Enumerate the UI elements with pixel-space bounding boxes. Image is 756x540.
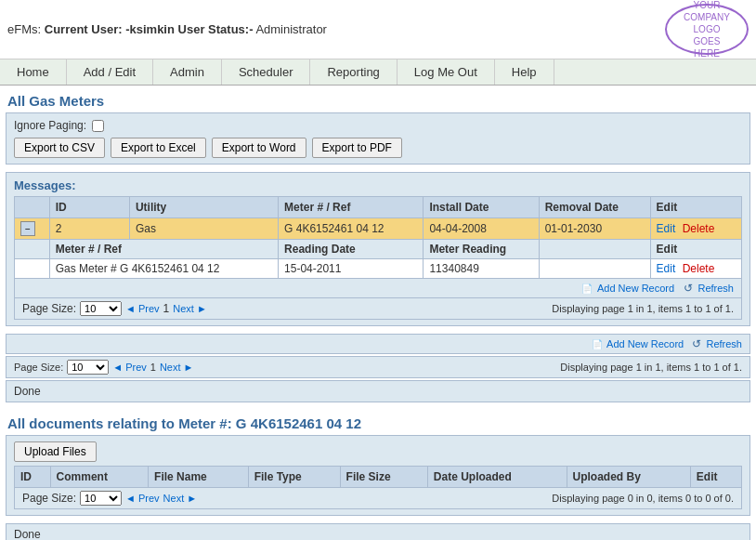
nav-scheduler[interactable]: Scheduler — [222, 59, 311, 85]
doc-page-size-select[interactable]: 10 25 50 — [80, 491, 122, 506]
doc-page-size-label: Page Size: — [22, 492, 76, 505]
messages-panel: Messages: ID Utility Meter # / Ref Insta… — [6, 172, 750, 326]
sub-edit-link[interactable]: Edit — [657, 262, 676, 275]
export-word-button[interactable]: Export to Word — [212, 138, 306, 158]
doc-display-info: Displaying page 0 in 0, items 0 to 0 of … — [552, 493, 734, 504]
inner-refresh-icon — [684, 282, 695, 295]
export-excel-button[interactable]: Export to Excel — [111, 138, 206, 158]
nav-admin[interactable]: Admin — [153, 59, 222, 85]
inner-page-size-select[interactable]: 10 25 50 — [80, 301, 122, 316]
outer-refresh-link[interactable]: Refresh — [706, 338, 742, 349]
nav-home[interactable]: Home — [0, 59, 67, 85]
nav-add-edit[interactable]: Add / Edit — [67, 59, 153, 85]
col-removal-date: Removal Date — [539, 197, 650, 218]
sub-data-row: Gas Meter # G 4K6152461 04 12 15-04-2011… — [15, 259, 742, 279]
company-logo: YOUR COMPANY LOGO GOES HERE — [665, 4, 749, 55]
meter-row: − 2 Gas G 4K6152461 04 12 04-04-2008 01-… — [15, 218, 742, 240]
export-csv-button[interactable]: Export to CSV — [14, 138, 105, 158]
doc-col-date-uploaded: Date Uploaded — [427, 467, 567, 488]
meter-edit-cell: Edit Delete — [650, 218, 741, 240]
outer-next-link[interactable]: Next ► — [160, 362, 194, 373]
sub-col-edit: Edit — [650, 240, 741, 259]
username: -ksimkin — [125, 22, 175, 36]
inner-prev-link[interactable]: ◄ Prev — [125, 303, 160, 314]
ignore-paging-label: Ignore Paging: — [14, 119, 86, 132]
doc-footer-row: Page Size: 10 25 50 ◄ Prev Next ► Displa… — [15, 488, 742, 509]
sub-row-empty — [15, 259, 50, 279]
inner-display-info: Displaying page 1 in 1, items 1 to 1 of … — [552, 303, 734, 314]
export-buttons: Export to CSV Export to Excel Export to … — [14, 138, 742, 158]
header-title: eFMs: Current User: -ksimkin User Status… — [7, 22, 327, 36]
inner-refresh-link[interactable]: Refresh — [697, 283, 734, 294]
sub-header-row: Meter # / Ref Reading Date Meter Reading… — [15, 240, 742, 259]
export-pdf-button[interactable]: Export to PDF — [312, 138, 402, 158]
outer-page-size-label: Page Size: — [14, 362, 63, 373]
col-expand — [15, 197, 50, 218]
outer-page-footer: Page Size: 10 25 50 ◄ Prev 1 Next ► Disp… — [6, 356, 750, 378]
col-edit: Edit — [650, 197, 741, 218]
nav-log-me-out[interactable]: Log Me Out — [398, 59, 495, 85]
meter-removal-date: 01-01-2030 — [539, 218, 650, 240]
meter-edit-link[interactable]: Edit — [657, 222, 676, 235]
doc-next-link[interactable]: Next ► — [163, 493, 198, 504]
outer-add-record-link[interactable]: Add New Record — [606, 338, 684, 349]
sub-col-meter-ref: Meter # / Ref — [49, 240, 278, 259]
inner-page-footer-row: Page Size: 10 25 50 ◄ Prev 1 Next ► Disp… — [15, 298, 742, 320]
documents-table: ID Comment File Name File Type File Size… — [14, 466, 742, 509]
gas-meters-done: Done — [6, 380, 750, 402]
meter-install-date: 04-04-2008 — [424, 218, 539, 240]
export-panel: Ignore Paging: Export to CSV Export to E… — [6, 112, 750, 165]
sub-row-empty2 — [539, 259, 650, 279]
doc-col-comment: Comment — [50, 467, 148, 488]
messages-label: Messages: — [14, 178, 742, 192]
nav-reporting[interactable]: Reporting — [310, 59, 397, 85]
all-gas-meters-title: All Gas Meters — [0, 86, 756, 112]
sub-col-reading-date: Reading Date — [279, 240, 424, 259]
outer-refresh-icon — [692, 338, 703, 349]
meter-utility: Gas — [129, 218, 278, 240]
doc-prev-link[interactable]: ◄ Prev — [125, 493, 160, 504]
doc-col-filename: File Name — [149, 467, 249, 488]
documents-title: All documents relating to Meter #: G 4K6… — [0, 408, 756, 435]
sub-col-empty — [539, 240, 650, 259]
add-record-icon — [581, 282, 594, 295]
sub-delete-link[interactable]: Delete — [683, 262, 715, 275]
expand-button[interactable]: − — [20, 221, 35, 236]
user-status: Administrator — [255, 22, 327, 36]
doc-col-filetype: File Type — [248, 467, 340, 488]
sub-col-meter-reading: Meter Reading — [424, 240, 539, 259]
doc-col-edit: Edit — [690, 467, 741, 488]
meter-delete-link[interactable]: Delete — [683, 222, 715, 235]
col-install-date: Install Date — [424, 197, 539, 218]
col-id: ID — [49, 197, 129, 218]
expand-cell: − — [15, 218, 50, 240]
nav-bar: Home Add / Edit Admin Scheduler Reportin… — [0, 59, 756, 86]
meter-id: 2 — [49, 218, 129, 240]
ignore-paging-checkbox[interactable] — [92, 120, 104, 132]
doc-col-id: ID — [15, 467, 51, 488]
outer-page-size-select[interactable]: 10 25 50 — [67, 360, 109, 375]
header: eFMs: Current User: -ksimkin User Status… — [0, 0, 756, 59]
sub-row-edit-cell: Edit Delete — [650, 259, 741, 279]
outer-add-icon — [592, 338, 605, 349]
nav-help[interactable]: Help — [495, 59, 554, 85]
documents-panel: Upload Files ID Comment File Name File T… — [6, 435, 750, 516]
sub-empty — [15, 240, 50, 259]
outer-prev-link[interactable]: ◄ Prev — [112, 362, 147, 373]
outer-page-num: 1 — [150, 362, 156, 373]
sub-row-meter-ref: Gas Meter # G 4K6152461 04 12 — [49, 259, 278, 279]
current-user-label: Current User: — [45, 22, 123, 36]
user-status-label: User Status:- — [178, 22, 254, 36]
outer-display-info: Displaying page 1 in 1, items 1 to 1 of … — [560, 362, 742, 373]
sub-row-meter-reading: 11340849 — [424, 259, 539, 279]
upload-files-button[interactable]: Upload Files — [14, 441, 97, 462]
ignore-paging-row: Ignore Paging: — [14, 119, 742, 132]
inner-page-num: 1 — [163, 302, 170, 315]
inner-add-record-link[interactable]: Add New Record — [597, 283, 674, 294]
doc-col-filesize: File Size — [340, 467, 427, 488]
inner-page-size-label: Page Size: — [22, 302, 76, 315]
sub-row-reading-date: 15-04-2011 — [279, 259, 424, 279]
inner-next-link[interactable]: Next ► — [173, 303, 207, 314]
gas-meters-table: ID Utility Meter # / Ref Install Date Re… — [14, 196, 742, 320]
app-name: eFMs: — [7, 22, 41, 36]
